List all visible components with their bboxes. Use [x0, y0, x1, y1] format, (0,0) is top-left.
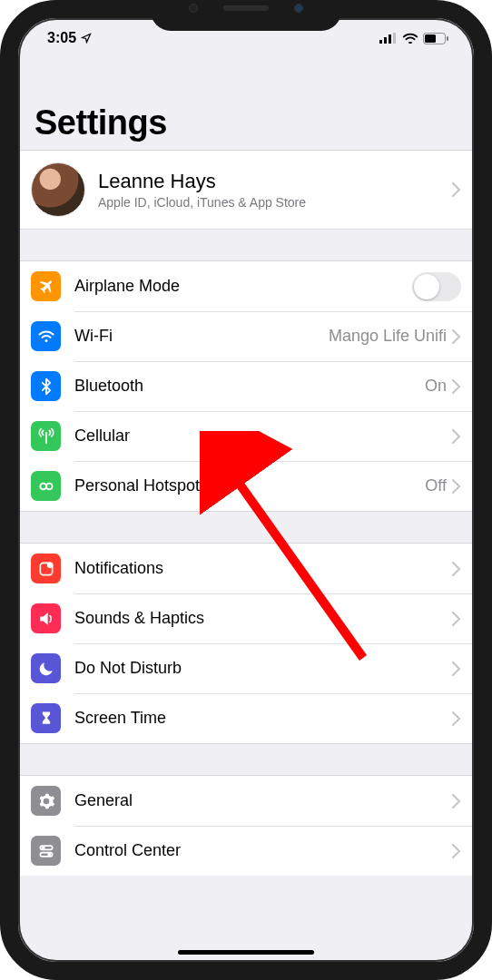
control-center-row[interactable]: Control Center	[18, 826, 474, 876]
chevron-right-icon	[452, 329, 461, 344]
svg-point-11	[47, 563, 52, 567]
wifi-row[interactable]: Wi-Fi Mango Life Unifi	[18, 311, 474, 361]
chevron-right-icon	[452, 794, 461, 808]
general-row[interactable]: General	[18, 776, 474, 826]
home-indicator[interactable]	[178, 950, 314, 955]
profile-group: Leanne Hays Apple ID, iCloud, iTunes & A…	[18, 150, 474, 230]
chevron-right-icon	[452, 662, 461, 676]
page-title: Settings	[34, 103, 458, 142]
svg-rect-1	[384, 37, 387, 44]
airplane-mode-row[interactable]: Airplane Mode	[18, 261, 474, 311]
chevron-right-icon	[452, 612, 461, 626]
general-label: General	[74, 791, 452, 810]
status-bar: 3:05	[18, 18, 474, 58]
chevron-right-icon	[452, 479, 461, 494]
dnd-row[interactable]: Do Not Disturb	[18, 643, 474, 693]
hotspot-label: Personal Hotspot	[74, 476, 425, 495]
airplane-label: Airplane Mode	[74, 277, 412, 296]
svg-rect-2	[389, 34, 391, 44]
notifications-icon	[31, 554, 61, 583]
screentime-row[interactable]: Screen Time	[18, 693, 474, 743]
wifi-icon	[402, 33, 418, 44]
svg-point-13	[42, 847, 44, 849]
chevron-right-icon	[452, 379, 461, 394]
gear-icon	[31, 786, 61, 816]
notifications-row[interactable]: Notifications	[18, 544, 474, 593]
screentime-label: Screen Time	[74, 709, 452, 728]
cellular-row[interactable]: Cellular	[18, 411, 474, 461]
notifications-group: Notifications Sounds & Haptics Do Not Di…	[18, 543, 474, 744]
hotspot-value: Off	[425, 476, 447, 495]
chevron-right-icon	[452, 429, 461, 444]
svg-point-7	[44, 339, 47, 342]
svg-point-15	[48, 853, 51, 856]
wifi-value: Mango Life Unifi	[329, 327, 447, 346]
airplane-icon	[31, 271, 61, 301]
sounds-row[interactable]: Sounds & Haptics	[18, 593, 474, 643]
hotspot-row[interactable]: Personal Hotspot Off	[18, 461, 474, 511]
hotspot-icon	[31, 471, 61, 501]
connectivity-group: Airplane Mode Wi-Fi Mango Life Unifi Blu…	[18, 260, 474, 512]
svg-rect-6	[447, 36, 448, 41]
bluetooth-icon	[31, 371, 61, 401]
chevron-right-icon	[452, 562, 461, 576]
svg-rect-5	[425, 34, 436, 43]
wifi-label: Wi-Fi	[74, 327, 329, 346]
toggles-icon	[31, 836, 61, 866]
profile-subtitle: Apple ID, iCloud, iTunes & App Store	[98, 195, 452, 210]
status-time: 3:05	[47, 30, 76, 46]
avatar	[31, 162, 85, 217]
chevron-right-icon	[452, 182, 461, 197]
profile-name: Leanne Hays	[98, 170, 452, 193]
bluetooth-value: On	[425, 377, 447, 396]
chevron-right-icon	[452, 844, 461, 858]
notifications-label: Notifications	[74, 559, 452, 578]
sounds-label: Sounds & Haptics	[74, 609, 452, 628]
svg-rect-0	[379, 40, 382, 44]
svg-rect-3	[393, 33, 396, 44]
moon-icon	[31, 653, 61, 683]
dnd-label: Do Not Disturb	[74, 659, 452, 678]
battery-icon	[423, 33, 448, 44]
apple-id-row[interactable]: Leanne Hays Apple ID, iCloud, iTunes & A…	[18, 151, 474, 229]
general-group: General Control Center	[18, 775, 474, 876]
cellular-signal-icon	[379, 33, 398, 44]
cellular-label: Cellular	[74, 426, 452, 446]
svg-point-9	[46, 483, 53, 489]
chevron-right-icon	[452, 711, 461, 726]
hourglass-icon	[31, 703, 61, 733]
location-icon	[81, 33, 92, 44]
svg-point-8	[40, 483, 46, 489]
page-header: Settings	[18, 58, 474, 150]
bluetooth-label: Bluetooth	[74, 377, 425, 396]
sounds-icon	[31, 603, 61, 633]
bluetooth-row[interactable]: Bluetooth On	[18, 361, 474, 411]
control-center-label: Control Center	[74, 841, 452, 860]
wifi-settings-icon	[31, 321, 61, 351]
airplane-toggle[interactable]	[412, 272, 461, 301]
cellular-icon	[31, 421, 61, 451]
